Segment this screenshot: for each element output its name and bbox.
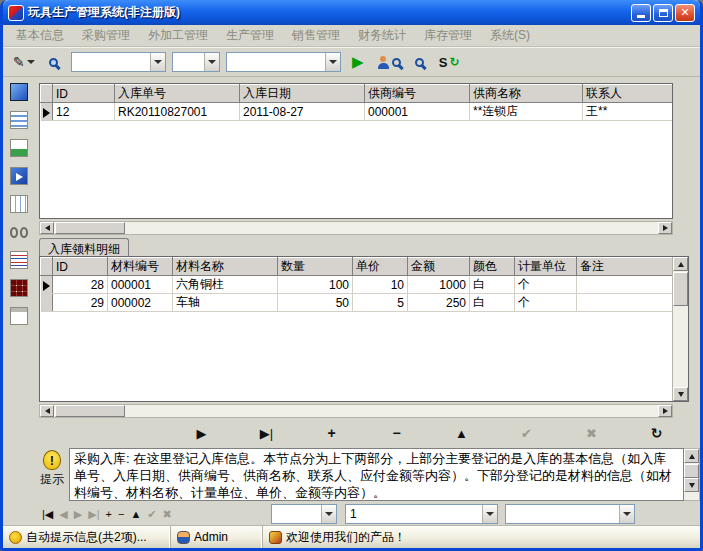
- delete-record-button[interactable]: −: [364, 425, 429, 441]
- menu-outsourcing[interactable]: 外加工管理: [139, 25, 217, 46]
- cell[interactable]: 000001: [365, 103, 470, 121]
- cell[interactable]: 28: [53, 276, 108, 294]
- scroll-thumb[interactable]: [55, 222, 125, 234]
- scroll-right-button[interactable]: [658, 222, 672, 234]
- cell[interactable]: 六角铜柱: [173, 276, 278, 294]
- cell[interactable]: 白: [470, 294, 515, 312]
- cell[interactable]: 车轴: [173, 294, 278, 312]
- menu-sales[interactable]: 销售管理: [283, 25, 349, 46]
- scroll-right-button[interactable]: [658, 405, 672, 417]
- dropdown-button[interactable]: [321, 505, 336, 523]
- delete-record-button[interactable]: −: [115, 508, 127, 520]
- cancel-record-button[interactable]: ✖: [559, 426, 624, 441]
- report-icon[interactable]: [10, 139, 28, 157]
- filter-operator-combo[interactable]: [172, 52, 220, 72]
- grid-view-icon[interactable]: [10, 195, 28, 213]
- scroll-left-button[interactable]: [40, 222, 54, 234]
- cell[interactable]: [577, 276, 673, 294]
- scroll-down-button[interactable]: [684, 478, 699, 492]
- cell[interactable]: 12: [53, 103, 115, 121]
- insert-record-button[interactable]: +: [299, 425, 364, 441]
- refresh-data-button[interactable]: S ↻: [437, 51, 462, 73]
- refresh-record-button[interactable]: ↻: [624, 425, 689, 441]
- cancel-record-button[interactable]: ✖: [160, 508, 175, 521]
- filter-field-combo[interactable]: [71, 52, 166, 72]
- column-header[interactable]: 计量单位: [515, 258, 577, 276]
- table-row[interactable]: 28 000001 六角铜柱 100 10 1000 白 个: [41, 276, 673, 294]
- cell[interactable]: 2011-08-27: [240, 103, 365, 121]
- column-header[interactable]: 材料名称: [173, 258, 278, 276]
- last-record-button[interactable]: ▶|: [234, 426, 299, 441]
- cell[interactable]: 个: [515, 294, 577, 312]
- column-header[interactable]: 供商名称: [470, 85, 583, 103]
- cell[interactable]: 白: [470, 276, 515, 294]
- menu-system[interactable]: 系统(S): [481, 25, 539, 46]
- clipboard-icon[interactable]: [10, 307, 28, 325]
- column-header[interactable]: ID: [53, 258, 108, 276]
- find-record-button[interactable]: [375, 51, 403, 73]
- cell[interactable]: 50: [278, 294, 353, 312]
- tab-detail[interactable]: 入库领料明细: [39, 238, 129, 256]
- cell[interactable]: RK20110827001: [115, 103, 240, 121]
- edit-button[interactable]: ✎: [11, 51, 37, 73]
- scroll-up-button[interactable]: [684, 449, 699, 463]
- scroll-thumb[interactable]: [684, 464, 699, 478]
- edit-record-button[interactable]: ▲: [127, 508, 144, 520]
- export-icon[interactable]: [10, 167, 28, 185]
- cell[interactable]: 王**: [583, 103, 673, 121]
- notes-icon[interactable]: [10, 251, 28, 269]
- page-combo[interactable]: 1: [345, 504, 498, 524]
- post-record-button[interactable]: ✔: [144, 508, 159, 521]
- menu-purchase[interactable]: 采购管理: [73, 25, 139, 46]
- menu-finance[interactable]: 财务统计: [349, 25, 415, 46]
- next-record-button[interactable]: ▶: [169, 426, 234, 441]
- last-record-button[interactable]: ▶|: [85, 508, 102, 521]
- column-header[interactable]: 入库日期: [240, 85, 365, 103]
- tip-vscrollbar[interactable]: [684, 448, 700, 501]
- scroll-thumb[interactable]: [673, 272, 688, 306]
- cell[interactable]: **连锁店: [470, 103, 583, 121]
- cell[interactable]: [577, 294, 673, 312]
- edit-record-button[interactable]: ▲: [429, 426, 494, 441]
- master-hscrollbar[interactable]: [39, 221, 673, 235]
- insert-record-button[interactable]: +: [103, 508, 115, 520]
- dropdown-button[interactable]: [325, 53, 340, 71]
- table-row[interactable]: 29 000002 车轴 50 5 250 白 个: [41, 294, 673, 312]
- menu-inventory[interactable]: 库存管理: [415, 25, 481, 46]
- cell[interactable]: 100: [278, 276, 353, 294]
- cell[interactable]: 000001: [108, 276, 173, 294]
- scroll-left-button[interactable]: [40, 405, 54, 417]
- dropdown-button[interactable]: [150, 53, 165, 71]
- column-header[interactable]: 供商编号: [365, 85, 470, 103]
- filter-value-combo[interactable]: [226, 52, 341, 72]
- table-view-icon[interactable]: [10, 111, 28, 129]
- detail-vscrollbar[interactable]: [672, 257, 688, 401]
- scroll-up-button[interactable]: [673, 257, 688, 271]
- title-bar[interactable]: 玩具生产管理系统(非注册版) ✕: [3, 0, 700, 25]
- scroll-down-button[interactable]: [673, 387, 688, 401]
- rings-icon[interactable]: [10, 223, 28, 241]
- dropdown-button[interactable]: [204, 53, 219, 71]
- menu-basic-info[interactable]: 基本信息: [7, 25, 73, 46]
- column-header[interactable]: 入库单号: [115, 85, 240, 103]
- column-header[interactable]: ID: [53, 85, 115, 103]
- cell[interactable]: 000002: [108, 294, 173, 312]
- cell[interactable]: 250: [408, 294, 470, 312]
- bricks-icon[interactable]: [10, 279, 28, 297]
- maximize-button[interactable]: [653, 4, 673, 22]
- detail-hscrollbar[interactable]: [39, 404, 673, 418]
- minimize-button[interactable]: [631, 4, 651, 22]
- close-button[interactable]: ✕: [675, 4, 695, 22]
- column-header[interactable]: 数量: [278, 258, 353, 276]
- cell[interactable]: 1000: [408, 276, 470, 294]
- cell[interactable]: 5: [353, 294, 408, 312]
- lookup-button[interactable]: [409, 51, 431, 73]
- cell[interactable]: 10: [353, 276, 408, 294]
- post-record-button[interactable]: ✔: [494, 426, 559, 441]
- cell[interactable]: 29: [53, 294, 108, 312]
- column-header[interactable]: 单价: [353, 258, 408, 276]
- run-filter-button[interactable]: ▶: [347, 51, 369, 73]
- scroll-thumb[interactable]: [55, 405, 125, 417]
- column-header[interactable]: 金额: [408, 258, 470, 276]
- column-header[interactable]: 备注: [577, 258, 673, 276]
